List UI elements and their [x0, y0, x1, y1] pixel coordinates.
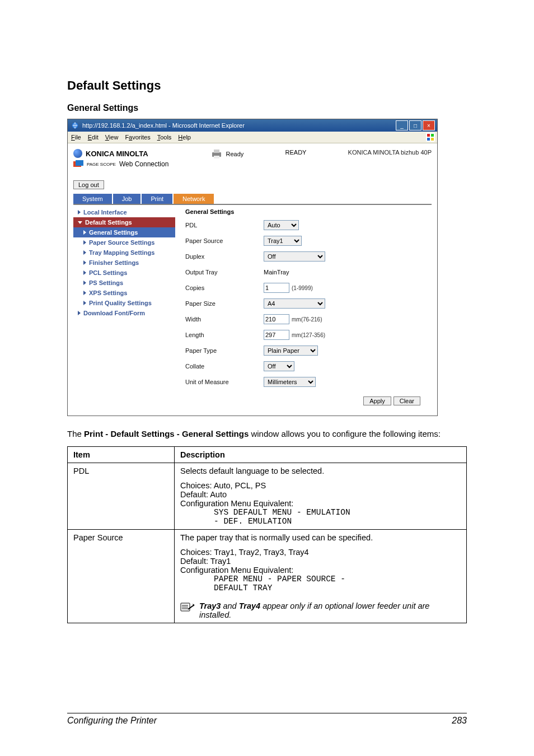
field-row-output-tray: Output Tray MainTray — [185, 267, 426, 278]
field-row-duplex: Duplex Off — [185, 251, 426, 262]
page-content: KONICA MINOLTA PAGE SCOPE Web Connection… — [68, 143, 437, 416]
choices-label: Choices: — [180, 548, 214, 557]
sidebar-item-download-font-form[interactable]: Download Font/Form — [73, 308, 175, 318]
page-footer: Configuring the Printer 283 — [67, 713, 467, 726]
cfg-label: Configuration Menu Equivalent: — [180, 566, 461, 575]
paper-source-select[interactable]: Tray1 — [264, 236, 302, 246]
default-label: Default: — [180, 490, 210, 499]
svg-rect-9 — [214, 150, 219, 153]
svg-rect-10 — [214, 156, 219, 158]
field-row-paper-size: Paper Size A4 — [185, 298, 426, 309]
sidebar-item-default-settings[interactable]: Default Settings — [73, 217, 175, 227]
svg-rect-2 — [427, 134, 430, 137]
window-title: http://192.168.1.2/a_index.html - Micros… — [82, 122, 245, 129]
field-row-length: Length mm(127-356) — [185, 329, 426, 340]
tab-network[interactable]: Network — [174, 194, 214, 204]
intro-suffix: window allows you to configure the follo… — [249, 429, 441, 438]
window-buttons: _ □ × — [396, 120, 435, 130]
menu-favorites[interactable]: Favorites — [125, 134, 150, 141]
close-button[interactable]: × — [423, 120, 435, 130]
tab-print[interactable]: Print — [142, 194, 172, 204]
default-value: Auto — [210, 490, 227, 499]
field-label: Duplex — [185, 253, 264, 260]
field-label: Unit of Measure — [185, 379, 264, 385]
length-input[interactable] — [264, 330, 289, 340]
paper-type-select[interactable]: Plain Paper — [264, 346, 318, 356]
cell-desc: Selects default language to be selected.… — [175, 463, 467, 530]
ready-block: READY — [285, 149, 307, 156]
sidebar: Local Interface Default Settings General… — [73, 205, 175, 408]
default-label: Default: — [180, 557, 210, 566]
page-title: Default Settings — [67, 78, 467, 93]
sidebar-item-tray-mapping-settings[interactable]: Tray Mapping Settings — [73, 248, 175, 258]
svg-rect-4 — [427, 138, 430, 141]
maximize-button[interactable]: □ — [409, 120, 421, 130]
menu-file[interactable]: File — [71, 134, 81, 141]
panel-title: General Settings — [185, 208, 426, 215]
sidebar-item-ps-settings[interactable]: PS Settings — [73, 278, 175, 288]
logout-button[interactable]: Log out — [73, 180, 104, 189]
sidebar-item-print-quality-settings[interactable]: Print Quality Settings — [73, 298, 175, 308]
field-label: Paper Source — [185, 237, 264, 244]
sidebar-item-general-settings[interactable]: General Settings — [73, 227, 175, 237]
menu-edit[interactable]: Edit — [88, 134, 99, 141]
sidebar-item-label: Paper Source Settings — [89, 239, 154, 246]
width-input[interactable] — [264, 314, 289, 324]
km-logo-icon — [73, 149, 82, 158]
field-label: Output Tray — [185, 269, 264, 276]
pagescope-icon — [73, 160, 83, 168]
cell-desc: The paper tray that is normally used can… — [175, 530, 467, 623]
th-description: Description — [175, 447, 467, 463]
sidebar-item-label: PCL Settings — [89, 269, 127, 276]
clear-button[interactable]: Clear — [394, 396, 420, 405]
duplex-select[interactable]: Off — [264, 251, 325, 262]
sidebar-item-label: General Settings — [89, 229, 138, 236]
sidebar-item-xps-settings[interactable]: XPS Settings — [73, 288, 175, 298]
minimize-button[interactable]: _ — [396, 120, 408, 130]
tab-job[interactable]: Job — [113, 194, 141, 204]
table-row-pdl: PDL Selects default language to be selec… — [68, 463, 467, 530]
model-label: KONICA MINOLTA bizhub 40P — [348, 149, 432, 156]
field-row-copies: Copies (1-9999) — [185, 282, 426, 293]
sidebar-item-finisher-settings[interactable]: Finisher Settings — [73, 258, 175, 268]
ie-throbber-icon — [426, 133, 435, 142]
menu-help[interactable]: Help — [178, 134, 191, 141]
collate-select[interactable]: Off — [264, 361, 294, 371]
choices-value: Auto, PCL, PS — [214, 481, 266, 490]
field-row-pdl: PDL Auto — [185, 220, 426, 231]
field-label: Paper Size — [185, 300, 264, 307]
note-mid: and — [221, 601, 238, 610]
pagescope-name: Web Connection — [119, 160, 169, 168]
sidebar-item-pcl-settings[interactable]: PCL Settings — [73, 268, 175, 278]
copies-range: (1-9999) — [292, 285, 313, 291]
svg-rect-7 — [76, 160, 83, 166]
width-range: mm(76-216) — [292, 316, 322, 323]
sidebar-item-paper-source-settings[interactable]: Paper Source Settings — [73, 237, 175, 248]
ie-app-icon — [71, 122, 79, 129]
tab-system[interactable]: System — [73, 194, 112, 204]
field-label: PDL — [185, 222, 264, 228]
subsection-title: General Settings — [67, 103, 467, 113]
ie-window: http://192.168.1.2/a_index.html - Micros… — [67, 119, 438, 416]
note-text: Tray3 and Tray4 appear only if an option… — [199, 601, 461, 619]
field-label: Collate — [185, 363, 264, 370]
sidebar-item-label: Tray Mapping Settings — [89, 249, 154, 256]
paper-size-select[interactable]: A4 — [264, 298, 325, 309]
field-row-width: Width mm(76-216) — [185, 314, 426, 325]
sidebar-item-local-interface[interactable]: Local Interface — [73, 207, 175, 217]
brand-name: KONICA MINOLTA — [86, 150, 148, 158]
copies-input[interactable] — [264, 283, 289, 293]
desc-main: The paper tray that is normally used can… — [180, 533, 461, 542]
brand-block: KONICA MINOLTA PAGE SCOPE Web Connection — [73, 149, 168, 168]
note-bold: Tray4 — [239, 601, 260, 610]
footer-page-number: 283 — [452, 716, 467, 726]
apply-button[interactable]: Apply — [363, 396, 391, 405]
table-row-paper-source: Paper Source The paper tray that is norm… — [68, 530, 467, 623]
settings-table: Item Description PDL Selects default lan… — [67, 446, 467, 623]
cfg-line: DEFAULT TRAY — [214, 584, 461, 592]
menu-view[interactable]: View — [105, 134, 119, 141]
pdl-select[interactable]: Auto — [264, 220, 299, 230]
svg-rect-3 — [431, 134, 434, 137]
menu-tools[interactable]: Tools — [157, 134, 172, 141]
unit-select[interactable]: Millimeters — [264, 377, 316, 387]
